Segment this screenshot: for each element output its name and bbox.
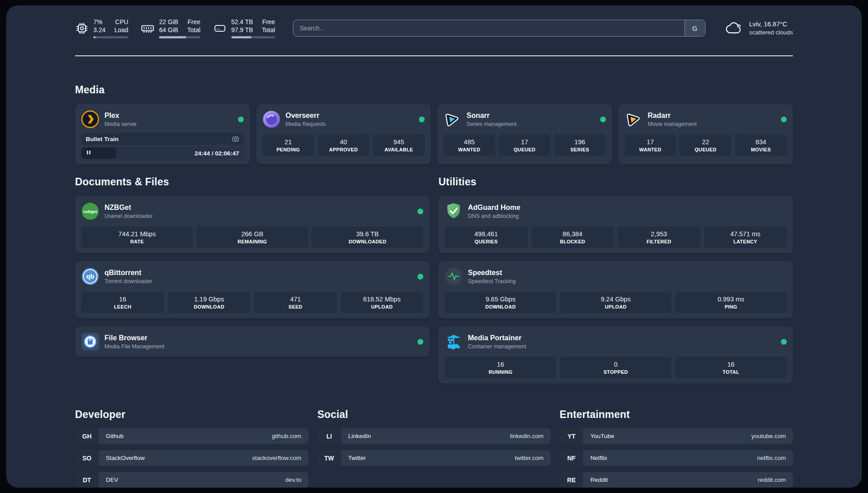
radarr-icon: [625, 110, 643, 128]
stat-value: 64 GiB: [159, 26, 178, 34]
bookmark-stackoverflow[interactable]: SO StackOverflow stackoverflow.com: [75, 450, 309, 466]
stat-upload: 618.52 Mbps UPLOAD: [341, 292, 424, 313]
card-header: Overseerr Media Requests: [263, 109, 425, 129]
status-online-dot: [781, 117, 787, 122]
stat-leech: 16 LEECH: [81, 292, 164, 313]
stat-pending: 21 PENDING: [263, 134, 314, 156]
stat-label: FILTERED: [647, 239, 672, 244]
stat-label: CPU: [114, 18, 128, 26]
pause-icon[interactable]: [85, 149, 92, 158]
service-description: Movie management: [648, 121, 776, 127]
usage-bar: [159, 36, 200, 38]
stat-label: QUERIES: [475, 239, 498, 244]
stat-label: QUEUED: [695, 147, 717, 152]
stat-value: 471: [290, 296, 301, 303]
now-playing-title-bar: Bullet Train: [81, 133, 244, 145]
sonarr-icon: [443, 110, 461, 128]
search-provider-button[interactable]: G: [684, 20, 705, 36]
stat-available: 945 AVAILABLE: [373, 134, 425, 156]
search-input[interactable]: [293, 20, 684, 36]
service-description: Usenet downloader: [104, 213, 412, 219]
bookmark-abbr: NF: [559, 450, 583, 466]
bookmark-linkedin[interactable]: LI LinkedIn linkedin.com: [317, 428, 551, 444]
stat-value: 22 GiB: [159, 18, 178, 26]
stat-value: 266 GB: [241, 230, 263, 238]
service-card-radarr[interactable]: Radarr Movie management 17 WANTED 22 QUE…: [618, 104, 793, 164]
stat-value: 22: [702, 138, 709, 146]
stat-queued: 22 QUEUED: [680, 134, 731, 156]
card-titles: Radarr Movie management: [648, 112, 776, 127]
card-header: Plex Media server: [81, 109, 244, 129]
bookmark-url: linkedin.com: [510, 433, 543, 439]
bookmark-abbr: YT: [559, 428, 583, 444]
service-card-plex[interactable]: Plex Media server Bullet Train 24:44 / 0…: [75, 104, 250, 164]
bookmark-netflix[interactable]: NF Netflix netflix.com: [559, 450, 793, 466]
link-section-developer: Developer GH Github github.com SO StackO…: [75, 409, 309, 488]
disk-icon: [213, 21, 227, 35]
search-bar[interactable]: G: [293, 20, 705, 37]
service-card-portainer[interactable]: Media Portainer Container management 16 …: [438, 326, 793, 384]
bookmark-url: twitter.com: [515, 455, 544, 461]
card-titles: qBittorrent Torrent downloader: [104, 269, 412, 284]
service-card-adguard[interactable]: AdGuard Home DNS and adblocking 498,461 …: [438, 196, 793, 253]
service-card-overseerr[interactable]: Overseerr Media Requests 21 PENDING 40 A…: [256, 104, 431, 164]
stat-value: 97.9 TB: [231, 26, 253, 34]
stat-label: WANTED: [458, 147, 480, 152]
section-documents: Documents & Files nzbget NZBGet Usenet d…: [75, 176, 430, 384]
service-description: Media File Management: [104, 343, 412, 350]
status-online-dot: [781, 339, 787, 345]
stat-label: PING: [725, 304, 737, 309]
utilities-cards: AdGuard Home DNS and adblocking 498,461 …: [438, 196, 793, 384]
bookmark-github[interactable]: GH Github github.com: [75, 428, 309, 444]
dashboard: 7% 3.24 CPU Load 22 GiB 64 GiB: [6, 5, 862, 488]
playback-progress-fill: [81, 147, 116, 159]
stat-value: 9.24 Gbps: [601, 296, 631, 303]
bookmark-abbr: DT: [75, 472, 99, 488]
card-header: Media Portainer Container management: [445, 332, 787, 351]
bookmark-dev[interactable]: DT DEV dev.to: [75, 472, 309, 488]
camera-icon[interactable]: [232, 135, 239, 143]
service-card-qbittorrent[interactable]: qb qBittorrent Torrent downloader 16 LEE…: [75, 261, 430, 318]
bookmark-twitter[interactable]: TW Twitter twitter.com: [317, 450, 551, 466]
playback-progress-bar[interactable]: 24:44 / 02:06:47: [81, 147, 244, 159]
weather-location: Lviv, 16.87°C: [749, 20, 793, 29]
service-name: NZBGet: [104, 204, 412, 212]
cpu-icon: [75, 21, 89, 35]
section-title-developer: Developer: [75, 409, 309, 421]
bookmark-abbr: TW: [317, 450, 341, 466]
bookmark-url: github.com: [272, 433, 301, 439]
stat-value: 0.993 ms: [718, 296, 744, 303]
service-card-sonarr[interactable]: Sonarr Series management 485 WANTED 17 Q…: [437, 104, 612, 164]
bookmark-abbr: SO: [75, 450, 99, 466]
media-grid: Plex Media server Bullet Train 24:44 / 0…: [75, 104, 793, 164]
stat-label: Free: [262, 18, 275, 26]
documents-cards: nzbget NZBGet Usenet downloader 744.21 M…: [75, 196, 430, 357]
card-header: AdGuard Home DNS and adblocking: [445, 201, 787, 221]
service-card-filebrowser[interactable]: File Browser Media File Management: [75, 326, 430, 357]
section-title-utilities: Utilities: [438, 176, 793, 188]
bookmark-youtube[interactable]: YT YouTube youtube.com: [559, 428, 793, 444]
card-stats: 16 LEECH 1.19 Gbps DOWNLOAD 471 SEED 618…: [81, 292, 423, 313]
stat-upload: 9.24 Gbps UPLOAD: [560, 292, 672, 313]
link-section-social: Social LI LinkedIn linkedin.com TW Twitt…: [317, 409, 551, 488]
bookmark-reddit[interactable]: RE Reddit reddit.com: [559, 472, 793, 488]
service-description: Torrent downloader: [104, 278, 412, 284]
stat-value: 2,953: [651, 230, 667, 238]
nzbget-icon: nzbget: [81, 202, 99, 220]
svg-text:nzbget: nzbget: [83, 209, 97, 214]
stat-label: TOTAL: [722, 369, 739, 375]
section-title-social: Social: [317, 409, 551, 421]
link-list: YT YouTube youtube.com NF Netflix netfli…: [559, 428, 793, 488]
stat-series: 196 SERIES: [554, 134, 606, 156]
stat-value: 485: [464, 138, 475, 146]
stat-stopped: 0 STOPPED: [560, 357, 672, 378]
bookmark-name: Reddit: [590, 476, 608, 483]
link-list: LI LinkedIn linkedin.com TW Twitter twit…: [317, 428, 551, 466]
bookmark-name: StackOverflow: [106, 455, 145, 461]
stat-value: 21: [284, 138, 292, 146]
service-name: File Browser: [104, 334, 412, 342]
service-card-speedtest[interactable]: Speedtest Speedtest Tracking 9.65 Gbps D…: [438, 261, 793, 318]
card-titles: Sonarr Series management: [467, 112, 595, 127]
service-card-nzbget[interactable]: nzbget NZBGet Usenet downloader 744.21 M…: [75, 196, 430, 253]
bookmark-url: reddit.com: [758, 476, 786, 483]
